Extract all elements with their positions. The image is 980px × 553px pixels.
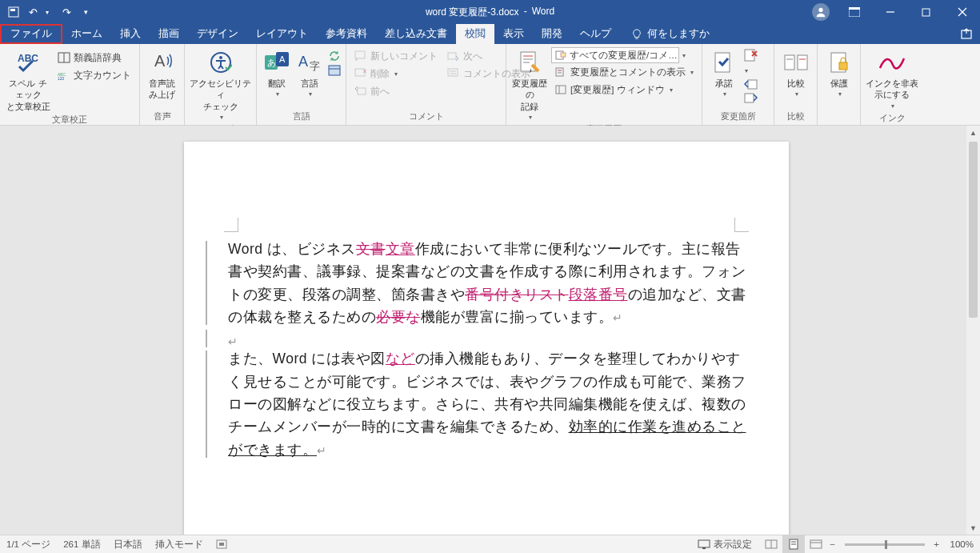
change-bar (206, 241, 207, 325)
zoom-slider[interactable] (845, 543, 925, 546)
svg-rect-24 (329, 66, 340, 75)
tab-insert[interactable]: 挿入 (111, 24, 150, 44)
zoom-in-button[interactable]: + (931, 539, 942, 549)
svg-rect-67 (810, 540, 822, 548)
accept-button[interactable]: 承諾▾ (707, 46, 741, 99)
maximize-button[interactable] (908, 0, 944, 24)
redo-button[interactable]: ↷ (59, 5, 74, 19)
title-bar: ↶ ▾ ↷ ▾ word 変更履歴-3.docx - Word (0, 0, 980, 24)
close-button[interactable] (944, 0, 980, 24)
deleted-text: 番号付きリスト (465, 287, 569, 303)
page[interactable]: Word は、ビジネス文書文章作成において非常に便利なツールです。主に報告書や契… (184, 142, 789, 535)
tab-draw[interactable]: 描画 (150, 24, 188, 44)
tab-home[interactable]: ホーム (62, 24, 111, 44)
review-display-icon (554, 49, 567, 62)
accessibility-check-button[interactable]: アクセシビリティ チェック▾ (190, 46, 251, 122)
protect-button[interactable]: 保護▾ (822, 46, 855, 99)
wordcount-button[interactable]: ABC123文字カウント (54, 66, 134, 84)
tab-mailings[interactable]: 差し込み文書 (376, 24, 456, 44)
svg-text:あ: あ (267, 58, 276, 67)
new-comment-button[interactable]: 新しいコメント (351, 47, 441, 65)
minimize-button[interactable] (872, 0, 908, 24)
protect-icon (829, 49, 850, 76)
user-account-icon[interactable] (812, 3, 830, 21)
paragraph[interactable]: Word は、ビジネス文書文章作成において非常に便利なツールです。主に報告書や契… (228, 238, 748, 328)
delete-comment-button[interactable]: 削除▾ (351, 65, 441, 82)
svg-rect-51 (745, 94, 754, 102)
deleted-text: 必要な (376, 309, 421, 325)
deleted-text: 文書 (356, 241, 386, 257)
scroll-down-button[interactable]: ▼ (966, 521, 980, 535)
translate-button[interactable]: あA 翻訳▾ (262, 46, 292, 99)
reject-button[interactable]: ▾ (744, 49, 758, 76)
thesaurus-button[interactable]: 類義語辞典 (54, 49, 134, 66)
page-status[interactable]: 1/1 ページ (6, 539, 50, 551)
compare-button[interactable]: 比較▾ (779, 46, 812, 99)
svg-rect-32 (448, 69, 458, 76)
ribbon-display-options[interactable] (836, 0, 872, 24)
prev-comment-button[interactable]: 前へ (351, 82, 441, 100)
svg-rect-30 (358, 88, 366, 94)
update-ime-icon[interactable] (328, 50, 341, 62)
print-layout-view[interactable] (782, 535, 805, 553)
lightbulb-icon (631, 29, 642, 40)
spelling-icon: ABC (14, 49, 42, 76)
track-changes-button[interactable]: 変更履歴の 記録▾ (511, 46, 548, 122)
svg-text:A: A (298, 54, 308, 70)
svg-text:A: A (154, 52, 166, 70)
svg-rect-60 (698, 540, 710, 547)
display-settings[interactable]: 表示設定 (698, 539, 752, 551)
inserted-text: 文章 (386, 241, 415, 257)
svg-text:A: A (279, 54, 286, 64)
language-status[interactable]: 日本語 (114, 539, 142, 551)
web-layout-view[interactable] (805, 535, 827, 553)
wordcount-status[interactable]: 261 単語 (63, 539, 100, 551)
tell-me[interactable]: 何をしますか (620, 24, 710, 44)
scroll-thumb[interactable] (969, 142, 978, 318)
accept-icon (714, 49, 734, 76)
tab-references[interactable]: 参考資料 (317, 24, 376, 44)
show-markup-button[interactable]: 変更履歴とコメントの表示▾ (551, 63, 697, 81)
scroll-up-button[interactable]: ▲ (966, 126, 980, 139)
hide-ink-button[interactable]: インクを非表 示にする▾ (866, 46, 918, 110)
qat-customize[interactable]: ▾ (78, 5, 93, 19)
tab-layout[interactable]: レイアウト (247, 24, 317, 44)
zoom-out-button[interactable]: − (827, 539, 838, 549)
tab-view[interactable]: 表示 (494, 24, 533, 44)
reviewing-pane-button[interactable]: [変更履歴] ウィンドウ▾ (551, 81, 697, 98)
display-for-review-dropdown[interactable]: すべての変更履歴/コメ…▾ (551, 47, 679, 63)
language-button[interactable]: A字 言語▾ (295, 46, 326, 99)
comment-add-icon (354, 50, 367, 62)
spelling-button[interactable]: ABC スペル チェック と文章校正 (5, 46, 51, 112)
tab-help[interactable]: ヘルプ (571, 24, 620, 44)
read-aloud-icon: A (151, 49, 174, 76)
svg-rect-44 (556, 86, 566, 94)
comment-delete-icon (354, 67, 367, 80)
undo-button[interactable]: ↶ (26, 5, 40, 19)
tab-developer[interactable]: 開発 (533, 24, 571, 44)
svg-point-17 (219, 56, 222, 59)
pane-icon (554, 83, 567, 96)
tab-file[interactable]: ファイル (0, 24, 62, 44)
read-aloud-button[interactable]: A 音声読 み上げ (145, 46, 179, 101)
svg-rect-3 (849, 7, 860, 10)
svg-rect-35 (521, 52, 535, 71)
prev-change-button[interactable] (744, 78, 758, 90)
tab-review[interactable]: 校閲 (456, 24, 494, 44)
share-button[interactable] (959, 27, 974, 40)
svg-point-1 (818, 8, 822, 12)
display-icon (698, 539, 710, 549)
macro-status[interactable] (216, 539, 227, 549)
autosave-icon[interactable] (6, 5, 21, 19)
next-change-button[interactable] (744, 92, 758, 103)
vertical-scrollbar[interactable]: ▲ ▼ (966, 126, 980, 535)
paragraph[interactable]: また、Word には表や図などの挿入機能もあり、データを整理してわかりやすく見せ… (228, 347, 748, 461)
tab-design[interactable]: デザイン (188, 24, 247, 44)
read-mode-view[interactable] (760, 535, 782, 553)
change-bar (206, 330, 207, 347)
japanese-layout-icon[interactable] (328, 65, 341, 76)
insert-mode-status[interactable]: 挿入モード (155, 539, 203, 551)
zoom-level[interactable]: 100% (950, 539, 974, 549)
undo-dropdown[interactable]: ▾ (40, 5, 54, 19)
book-icon (58, 51, 70, 64)
